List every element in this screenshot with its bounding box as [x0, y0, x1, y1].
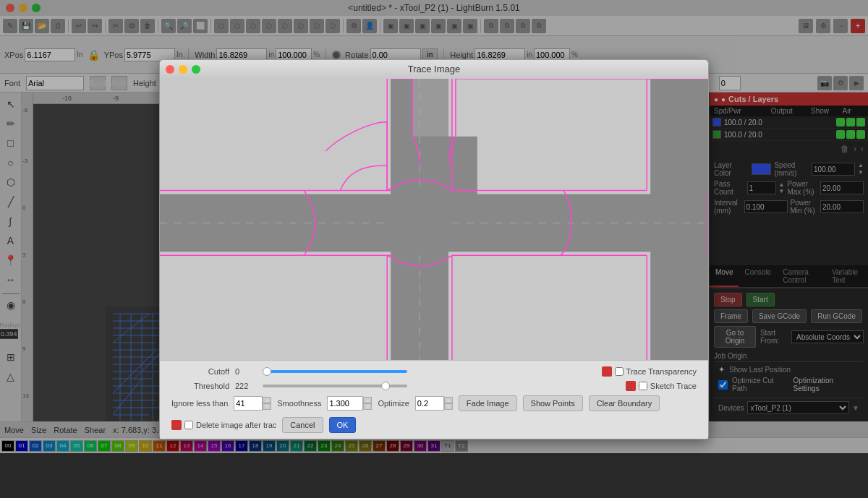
ignore-label: Ignore less than — [171, 399, 228, 408]
delete-image-label: Delete image after trac — [196, 421, 276, 429]
smoothness-up[interactable]: ▲ — [363, 397, 372, 403]
fade-image-button[interactable]: Fade Image — [459, 395, 517, 411]
trace-transparency-group: Trace Transparency — [602, 366, 697, 377]
svg-rect-4 — [650, 79, 708, 360]
sketch-trace-check[interactable] — [639, 382, 647, 390]
ignore-down[interactable]: ▼ — [263, 403, 271, 410]
modal-window-controls[interactable] — [166, 65, 200, 74]
cutoff-row: Cutoff 0 Trace Transparency — [171, 366, 697, 377]
threshold-value: 222 — [235, 382, 257, 390]
smoothness-spin: ▲ ▼ — [363, 397, 372, 410]
threshold-label: Threshold — [171, 382, 229, 390]
modal-close-button[interactable] — [166, 65, 174, 74]
delete-image-indicator — [171, 420, 182, 430]
smoothness-label: Smoothness — [277, 399, 321, 408]
threshold-slider[interactable] — [263, 385, 407, 387]
delete-image-check[interactable] — [184, 421, 193, 429]
trace-modal: Trace Image — [159, 59, 709, 439]
ignore-spin: ▲ ▼ — [263, 397, 271, 410]
modal-titlebar: Trace Image — [160, 60, 708, 79]
modal-min-button[interactable] — [179, 65, 187, 74]
trace-transparency-check[interactable] — [615, 367, 624, 376]
smoothness-spin-group: ▲ ▼ — [327, 396, 372, 411]
cancel-button[interactable]: Cancel — [282, 417, 323, 433]
bottom-ctrl-row: Ignore less than ▲ ▼ Smoothness ▲ ▼ — [171, 395, 697, 433]
optimize-spin-group: ▲ ▼ — [415, 396, 453, 411]
svg-rect-6 — [434, 136, 477, 201]
smoothness-down[interactable]: ▼ — [363, 403, 372, 410]
cutoff-value: 0 — [235, 367, 257, 376]
show-points-button[interactable]: Show Points — [523, 395, 583, 411]
smoothness-input[interactable] — [327, 396, 363, 411]
ignore-up[interactable]: ▲ — [263, 397, 271, 403]
sketch-trace-label: Sketch Trace — [650, 382, 697, 390]
modal-content: Cutoff 0 Trace Transparency Threshold 22… — [160, 79, 708, 439]
modal-controls: Cutoff 0 Trace Transparency Threshold 22… — [160, 361, 708, 439]
optimize-spin: ▲ ▼ — [444, 397, 453, 410]
modal-overlay[interactable]: Trace Image — [0, 0, 868, 498]
modal-image — [160, 79, 708, 361]
trace-transparency-label: Trace Transparency — [626, 367, 697, 376]
optimize-input[interactable] — [415, 396, 444, 411]
road-image-svg — [160, 79, 708, 360]
cutoff-slider[interactable] — [263, 370, 407, 373]
optimize-label: Optimize — [378, 399, 409, 408]
cutoff-label: Cutoff — [171, 367, 229, 376]
delete-image-group: Delete image after trac — [171, 420, 276, 430]
sketch-trace-indicator — [626, 381, 636, 391]
trace-transparency-indicator — [602, 366, 612, 377]
clear-boundary-button[interactable]: Clear Boundary — [589, 395, 660, 411]
sketch-trace-group: Sketch Trace — [626, 381, 697, 391]
ignore-spin-group: ▲ ▼ — [234, 396, 271, 411]
optimize-down[interactable]: ▼ — [444, 403, 453, 410]
ok-button[interactable]: OK — [329, 417, 357, 433]
threshold-row: Threshold 222 Sketch Trace — [171, 381, 697, 391]
optimize-up[interactable]: ▲ — [444, 397, 453, 403]
modal-title: Trace Image — [408, 64, 461, 74]
modal-max-button[interactable] — [192, 65, 200, 74]
ignore-input[interactable] — [234, 396, 263, 411]
